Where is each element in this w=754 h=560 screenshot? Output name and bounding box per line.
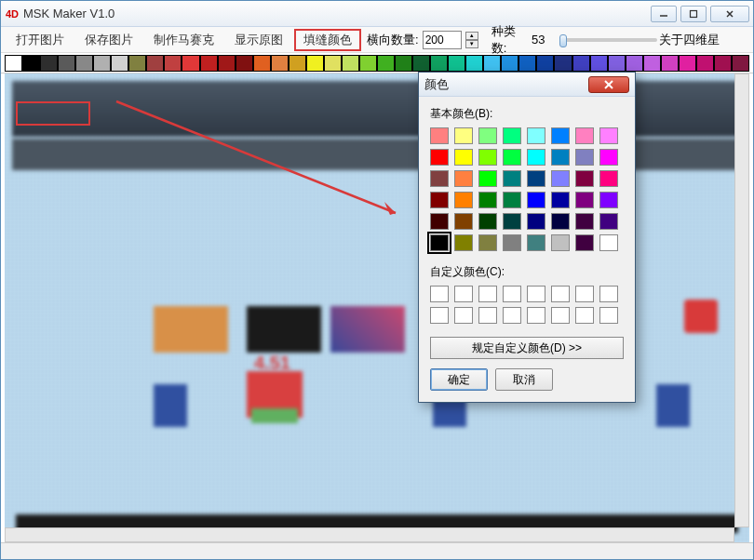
basic-color-swatch[interactable] [503,127,521,144]
custom-color-swatch[interactable] [599,307,618,324]
color-dialog-close-button[interactable] [588,76,629,93]
custom-color-swatch[interactable] [599,286,618,302]
basic-color-swatch[interactable] [575,149,594,166]
custom-color-swatch[interactable] [454,286,473,302]
palette-swatch[interactable] [465,55,483,72]
palette-swatch[interactable] [501,55,518,72]
palette-swatch[interactable] [111,55,128,72]
basic-color-swatch[interactable] [478,127,497,144]
maximize-button[interactable] [680,6,707,22]
custom-color-swatch[interactable] [430,286,449,302]
define-custom-color-button[interactable]: 规定自定义颜色(D) >> [430,337,624,359]
palette-swatch[interactable] [679,55,696,72]
color-dialog-titlebar[interactable]: 颜色 [419,73,635,97]
palette-swatch[interactable] [40,55,58,72]
palette-swatch[interactable] [448,55,465,72]
horizontal-count-down[interactable]: ▼ [465,40,478,48]
basic-color-swatch[interactable] [599,234,618,251]
basic-color-swatch[interactable] [527,234,545,251]
color-dialog-ok-button[interactable]: 确定 [430,368,488,391]
basic-color-swatch[interactable] [454,149,473,166]
category-slider[interactable] [559,38,657,42]
palette-swatch[interactable] [236,55,253,72]
basic-color-swatch[interactable] [551,127,570,144]
basic-color-swatch[interactable] [478,170,497,187]
basic-color-swatch[interactable] [503,234,521,251]
basic-color-swatch[interactable] [430,127,449,144]
basic-color-swatch[interactable] [430,192,449,208]
basic-color-swatch[interactable] [478,234,497,251]
basic-color-swatch[interactable] [503,170,521,187]
horizontal-count-input[interactable] [423,31,462,49]
custom-color-swatch[interactable] [454,307,473,324]
palette-swatch[interactable] [58,55,75,72]
palette-swatch[interactable] [93,55,111,72]
basic-color-swatch[interactable] [454,213,473,230]
menu-show-original[interactable]: 显示原图 [225,29,292,51]
basic-color-swatch[interactable] [430,170,449,187]
palette-swatch[interactable] [714,55,732,72]
palette-swatch[interactable] [324,55,342,72]
menu-open-image[interactable]: 打开图片 [7,29,74,51]
palette-swatch[interactable] [22,55,40,72]
palette-swatch[interactable] [590,55,608,72]
basic-color-swatch[interactable] [503,192,521,208]
basic-color-swatch[interactable] [527,127,545,144]
basic-color-swatch[interactable] [527,149,545,166]
basic-color-swatch[interactable] [478,192,497,208]
basic-color-swatch[interactable] [478,213,497,230]
palette-swatch[interactable] [536,55,554,72]
palette-swatch[interactable] [572,55,590,72]
palette-swatch[interactable] [289,55,306,72]
palette-swatch[interactable] [696,55,714,72]
palette-swatch[interactable] [554,55,572,72]
palette-swatch[interactable] [75,55,93,72]
basic-color-swatch[interactable] [551,213,570,230]
minimize-button[interactable] [651,6,677,22]
basic-color-swatch[interactable] [527,213,545,230]
palette-swatch[interactable] [518,55,536,72]
horizontal-scrollbar[interactable] [5,527,734,542]
menu-about[interactable]: 关于四维星 [659,32,720,48]
vertical-scrollbar[interactable] [734,73,749,527]
palette-swatch[interactable] [608,55,626,72]
basic-color-swatch[interactable] [454,127,473,144]
basic-color-swatch[interactable] [575,234,594,251]
basic-color-swatch[interactable] [454,234,473,251]
basic-color-swatch[interactable] [599,127,618,144]
palette-swatch[interactable] [5,55,22,72]
basic-color-swatch[interactable] [599,192,618,208]
basic-color-swatch[interactable] [551,234,570,251]
basic-color-swatch[interactable] [551,170,570,187]
palette-swatch[interactable] [661,55,679,72]
palette-swatch[interactable] [377,55,395,72]
palette-swatch[interactable] [164,55,182,72]
basic-color-swatch[interactable] [599,213,618,230]
custom-color-swatch[interactable] [551,307,570,324]
basic-color-swatch[interactable] [430,149,449,166]
custom-color-swatch[interactable] [527,307,545,324]
menu-fill-seam-color[interactable]: 填缝颜色 [294,29,361,51]
palette-swatch[interactable] [146,55,164,72]
custom-color-swatch[interactable] [430,307,449,324]
custom-color-swatch[interactable] [503,307,521,324]
basic-color-swatch[interactable] [575,127,594,144]
basic-color-swatch[interactable] [575,213,594,230]
basic-color-swatch[interactable] [599,170,618,187]
basic-color-swatch[interactable] [430,213,449,230]
palette-swatch[interactable] [430,55,448,72]
menu-make-mosaic[interactable]: 制作马赛克 [144,29,223,51]
custom-color-swatch[interactable] [575,286,594,302]
basic-color-swatch[interactable] [551,149,570,166]
palette-swatch[interactable] [395,55,412,72]
palette-swatch[interactable] [626,55,643,72]
palette-swatch[interactable] [483,55,501,72]
basic-color-swatch[interactable] [454,192,473,208]
custom-color-swatch[interactable] [478,286,497,302]
custom-color-swatch[interactable] [478,307,497,324]
menu-save-image[interactable]: 保存图片 [75,29,142,51]
palette-swatch[interactable] [342,55,359,72]
basic-color-swatch[interactable] [454,170,473,187]
close-button[interactable] [710,6,749,22]
basic-color-swatch[interactable] [551,192,570,208]
